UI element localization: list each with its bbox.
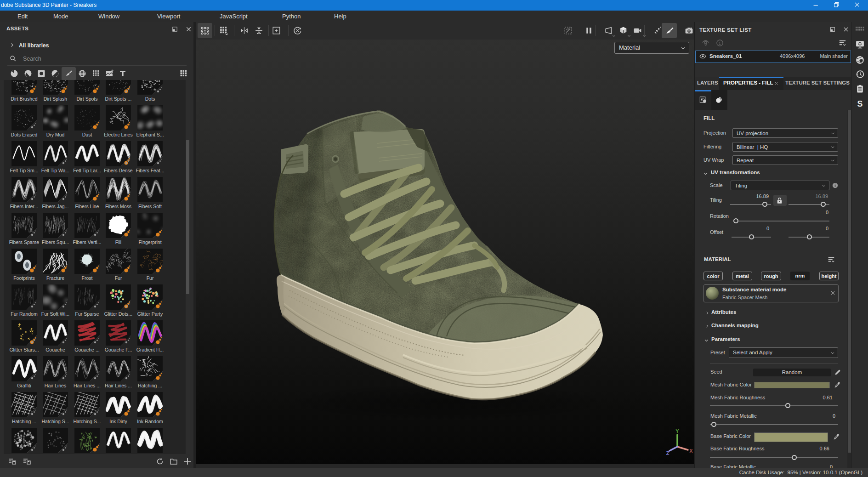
svg-text:Z: Z [666,450,669,456]
svg-text:1: 1 [719,41,721,45]
svg-text:Y: Y [675,429,679,434]
svg-text:S: S [857,99,863,108]
svg-text:X: X [689,448,693,454]
